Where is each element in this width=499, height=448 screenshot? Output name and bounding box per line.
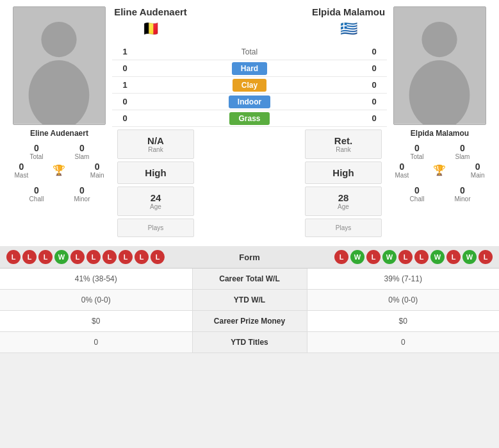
names-flags-row: Eline Audenaert 🇧🇪 Elpida Malamou 🇬🇷 (112, 6, 387, 37)
right-name-header: Elpida Malamou 🇬🇷 (310, 6, 387, 37)
stat-row-0: 41% (38-54) Career Total W/L 39% (7-11) (0, 269, 499, 290)
page-container: Eline Audenaert 0 Total 0 Slam 0 Mast (0, 0, 499, 353)
left-trophy-icon: 🏆 (53, 164, 65, 176)
form-section: LLLWLLLLLL Form LWLWLLWLWL (0, 246, 499, 269)
svg-point-1 (41, 22, 76, 57)
surface-row-indoor: 0 Indoor 0 (112, 94, 387, 110)
left-name-header: Eline Audenaert 🇧🇪 (112, 6, 189, 37)
right-player-stats-grid: 0 Total 0 Slam (395, 143, 485, 160)
right-stat-mast: 0 Mast (395, 162, 409, 179)
svg-point-4 (421, 22, 457, 57)
surface-row-grass: 0 Grass 0 (112, 110, 387, 127)
surface-rows: 0 Hard 0 1 Clay 0 0 Indoor 0 0 Grass 0 (112, 60, 387, 127)
form-badge-l: L (479, 250, 493, 264)
left-player-silhouette (13, 6, 105, 124)
form-badge-l: L (446, 250, 461, 264)
bottom-stats-table: 41% (38-54) Career Total W/L 39% (7-11) … (0, 269, 499, 353)
player-comparison-row: Eline Audenaert 0 Total 0 Slam 0 Mast (6, 6, 493, 240)
right-trophy-icon: 🏆 (433, 164, 446, 176)
form-badge-w: W (382, 250, 397, 264)
form-badge-w: W (430, 250, 445, 264)
right-player-card: Elpida Malamou 0 Total 0 Slam 0 Mast (387, 6, 493, 203)
form-badge-l: L (414, 250, 429, 264)
form-badge-l: L (119, 250, 133, 264)
left-rank-block: N/A Rank (117, 129, 194, 159)
total-row: 1 Total 0 (112, 44, 387, 60)
form-badge-w: W (54, 250, 69, 264)
right-plays-block: Plays (305, 219, 382, 237)
right-player-silhouette (394, 6, 486, 124)
right-trophy-row: 0 Mast 🏆 0 Main (395, 160, 485, 180)
left-stat-main: 0 Main (90, 162, 104, 179)
form-badge-l: L (70, 250, 85, 264)
left-stat-chall: 0 Chall (15, 185, 59, 203)
surface-row-clay: 1 Clay 0 (112, 77, 387, 94)
form-badge-l: L (22, 250, 37, 264)
right-player-name: Elpida Malamou (411, 129, 469, 138)
middle-info-row: N/A Rank High 24 Age Plays (112, 129, 387, 240)
right-stat-total: 0 Total (395, 143, 439, 160)
right-stat-main: 0 Main (471, 162, 485, 179)
left-stat-total: 0 Total (15, 143, 59, 160)
left-trophy-row: 0 Mast 🏆 0 Main (15, 160, 104, 180)
right-bottom-stats: 0 Chall 0 Minor (395, 185, 485, 203)
form-badge-l: L (6, 250, 20, 264)
left-form-badges: LLLWLLLLLL (6, 250, 218, 264)
left-stat-mast: 0 Mast (15, 162, 29, 179)
form-badge-l: L (135, 250, 149, 264)
right-player-photo (393, 6, 486, 125)
left-player-photo (13, 6, 106, 125)
left-stat-slam: 0 Slam (60, 143, 104, 160)
form-badge-l: L (334, 250, 348, 264)
left-info-panel: N/A Rank High 24 Age Plays (117, 129, 194, 240)
form-badge-l: L (86, 250, 101, 264)
left-bottom-stats: 0 Chall 0 Minor (15, 185, 104, 203)
center-column: Eline Audenaert 🇧🇪 Elpida Malamou 🇬🇷 1 T… (112, 6, 387, 240)
right-form-badges: LWLWLLWLWL (282, 250, 493, 264)
form-badge-l: L (151, 250, 165, 264)
form-badge-l: L (366, 250, 380, 264)
right-info-panel: Ret. Rank High 28 Age Plays (305, 129, 382, 240)
left-stat-minor: 0 Minor (60, 185, 104, 203)
right-stat-chall: 0 Chall (395, 185, 439, 203)
top-section: Eline Audenaert 0 Total 0 Slam 0 Mast (0, 0, 499, 246)
surface-row-hard: 0 Hard 0 (112, 60, 387, 77)
left-high-block: High (117, 162, 194, 184)
form-label: Form (218, 253, 282, 262)
left-age-block: 24 Age (117, 187, 194, 216)
stat-row-1: 0% (0-0) YTD W/L 0% (0-0) (0, 290, 499, 311)
form-badge-l: L (102, 250, 117, 264)
right-rank-block: Ret. Rank (305, 129, 382, 159)
right-age-block: 28 Age (305, 187, 382, 216)
form-badge-l: L (398, 250, 413, 264)
form-badge-l: L (38, 250, 53, 264)
stat-row-2: $0 Career Prize Money $0 (0, 311, 499, 332)
form-badge-w: W (350, 250, 364, 264)
stat-row-3: 0 YTD Titles 0 (0, 332, 499, 353)
right-high-block: High (305, 162, 382, 184)
left-player-name: Eline Audenaert (30, 129, 88, 138)
left-plays-block: Plays (117, 219, 194, 237)
form-badge-w: W (462, 250, 477, 264)
left-player-card: Eline Audenaert 0 Total 0 Slam 0 Mast (6, 6, 112, 203)
right-stat-minor: 0 Minor (441, 185, 485, 203)
right-stat-slam: 0 Slam (441, 143, 485, 160)
left-player-stats-grid: 0 Total 0 Slam (15, 143, 104, 160)
